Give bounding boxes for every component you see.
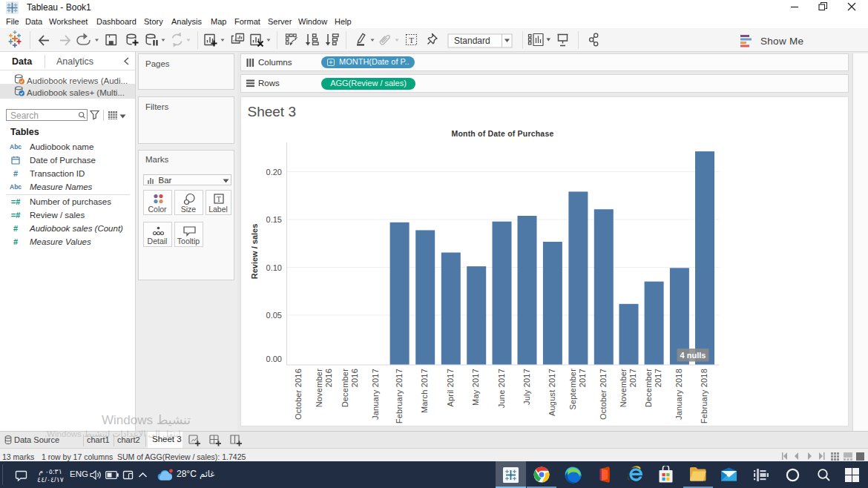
svg-text:0.15: 0.15	[266, 215, 281, 224]
svg-text:4 nulls: 4 nulls	[680, 351, 706, 360]
svg-text:October 2017: October 2017	[599, 369, 608, 420]
svg-text:February 2018: February 2018	[700, 369, 708, 423]
svg-text:Review / sales: Review / sales	[249, 224, 258, 280]
svg-text:November: November	[619, 369, 628, 407]
svg-text:May 2017: May 2017	[471, 369, 480, 406]
svg-text:Show Me: Show Me	[760, 36, 803, 47]
svg-text:0.10: 0.10	[266, 263, 281, 272]
svg-text:0.05: 0.05	[266, 311, 281, 320]
svg-text:January 2017: January 2017	[370, 369, 379, 420]
svg-text:Month of Date of Purchase: Month of Date of Purchase	[451, 129, 553, 138]
svg-text:August 2017: August 2017	[548, 369, 556, 416]
svg-text:Standard: Standard	[454, 36, 490, 46]
svg-text:November: November	[315, 369, 323, 407]
svg-text:2016: 2016	[324, 369, 333, 387]
svg-text:T: T	[217, 195, 221, 202]
svg-text:June 2017: June 2017	[496, 369, 505, 408]
svg-text:July 2017: July 2017	[522, 369, 530, 405]
svg-text:0.20: 0.20	[266, 168, 281, 177]
svg-text:September: September	[568, 369, 577, 410]
svg-text:October 2016: October 2016	[294, 369, 303, 420]
svg-text:April 2017: April 2017	[446, 369, 455, 407]
svg-text:2016: 2016	[349, 369, 358, 387]
svg-text:2017: 2017	[578, 369, 587, 387]
svg-text:January 2018: January 2018	[674, 369, 683, 420]
svg-text:0.00: 0.00	[266, 355, 281, 363]
svg-text:December: December	[644, 369, 653, 407]
svg-text:March 2017: March 2017	[420, 369, 429, 413]
svg-text:2017: 2017	[654, 369, 662, 387]
svg-text:2017: 2017	[628, 369, 637, 387]
svg-text:February 2017: February 2017	[394, 369, 403, 423]
svg-text:December: December	[340, 369, 349, 407]
svg-text:T: T	[409, 36, 414, 44]
